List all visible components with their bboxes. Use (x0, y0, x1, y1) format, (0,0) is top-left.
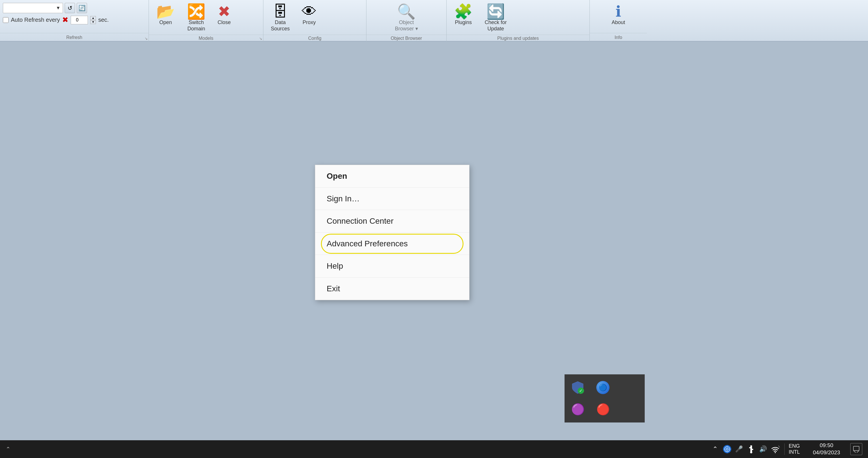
system-tray: ⌃ 🎤 🔊 (710, 442, 862, 456)
context-exit-label: Exit (327, 284, 340, 293)
systray-empty-2 (618, 400, 638, 419)
open-button[interactable]: 📂 Open (152, 2, 180, 28)
refresh-section: ▼ ↺ 🔄 Auto Refresh every ✖ ▲ ▼ sec. (0, 0, 149, 41)
tray-usb-icon[interactable] (746, 444, 756, 454)
about-button[interactable]: ℹ About (607, 2, 629, 28)
plugins-icon: 🧩 (454, 4, 473, 19)
svg-line-14 (854, 451, 856, 453)
switch-domain-icon: 🔀 (187, 4, 206, 19)
object-browser-label: ObjectBrowser ▾ (395, 20, 418, 32)
switch-domain-label: SwitchDomain (187, 20, 205, 32)
tray-network-icon[interactable] (722, 444, 732, 454)
models-label: Models (199, 36, 214, 41)
systray-blue-icon[interactable]: 🔵 (593, 378, 613, 397)
systray-empty-1 (618, 378, 638, 397)
systray-red-icon[interactable]: 🔴 (593, 400, 613, 419)
refresh-dropdown[interactable]: ▼ (3, 3, 63, 13)
open-label: Open (159, 20, 172, 26)
info-label: Info (615, 35, 622, 40)
config-label: Config (308, 36, 321, 41)
taskbar-lang: ENG INTL (789, 443, 800, 455)
svg-text:✓: ✓ (579, 388, 583, 393)
region-label: INTL (789, 449, 800, 455)
info-section-footer: Info (590, 33, 647, 41)
context-menu-help[interactable]: Help (315, 255, 469, 278)
about-label: About (612, 20, 625, 26)
context-help-label: Help (327, 262, 343, 270)
spinner-down[interactable]: ▼ (90, 20, 96, 24)
object-browser-section-label: Object Browser (391, 36, 422, 41)
refresh-btn-1[interactable]: ↺ (65, 3, 75, 13)
check-update-label: Check forUpdate (485, 20, 507, 32)
plugins-section-footer: Plugins and updates (446, 35, 589, 41)
plugins-label: Plugins (455, 20, 472, 26)
refresh-section-footer: Refresh ↘ (0, 33, 149, 41)
taskbar-clock[interactable]: 09:50 04/09/2023 (808, 442, 845, 456)
context-signin-label: Sign In… (327, 194, 360, 203)
svg-rect-9 (752, 449, 753, 450)
spinner-buttons: ▲ ▼ (90, 16, 96, 24)
main-area: Open Sign In… Connection Center Advanced… (0, 41, 868, 440)
context-menu-connection-center[interactable]: Connection Center (315, 210, 469, 233)
tray-volume-icon[interactable]: 🔊 (758, 444, 768, 454)
spinner-up[interactable]: ▲ (90, 16, 96, 20)
refresh-expander-icon[interactable]: ↘ (145, 36, 148, 41)
auto-refresh-label: Auto Refresh every (11, 17, 60, 23)
about-icon: ℹ (616, 4, 621, 19)
context-advanced-label: Advanced Preferences (327, 239, 408, 248)
check-update-button[interactable]: 🔄 Check forUpdate (480, 2, 511, 33)
object-browser-icon: 🔍 (397, 4, 416, 19)
notification-icon[interactable] (850, 443, 862, 455)
object-browser-section-footer: Object Browser (366, 35, 446, 41)
svg-point-11 (775, 452, 776, 453)
open-icon: 📂 (156, 4, 175, 19)
refresh-btn-2[interactable]: 🔄 (77, 3, 87, 13)
sec-label: sec. (98, 17, 109, 23)
taskbar-chevron-icon[interactable]: ⌃ (6, 446, 10, 453)
dropdown-arrow-icon: ▼ (56, 5, 60, 10)
proxy-button[interactable]: 👁 Proxy (297, 2, 321, 28)
context-menu-open[interactable]: Open (315, 165, 469, 188)
config-section: 🗄 DataSources 👁 Proxy Config (264, 0, 366, 41)
date-label: 04/09/2023 (813, 449, 840, 456)
context-connection-label: Connection Center (327, 217, 393, 225)
plugins-section: 🧩 Plugins 🔄 Check forUpdate Plugins and … (446, 0, 590, 41)
proxy-icon: 👁 (302, 4, 317, 19)
models-section-footer: Models ↘ (149, 35, 263, 41)
context-open-label: Open (327, 172, 347, 180)
context-menu-exit[interactable]: Exit (315, 278, 469, 300)
systray-purple-icon[interactable]: 🟣 (568, 400, 587, 419)
object-browser-button[interactable]: 🔍 ObjectBrowser ▾ (390, 2, 422, 33)
switch-domain-button[interactable]: 🔀 SwitchDomain (182, 2, 210, 33)
auto-refresh-checkbox[interactable] (3, 17, 8, 23)
tray-icon-1[interactable]: ⌃ (710, 444, 720, 454)
systray-popup: ✓ 🔵 🟣 🔴 (564, 374, 645, 423)
red-x-icon: ✖ (62, 16, 68, 24)
refresh-label: Refresh (66, 35, 82, 40)
context-menu-advanced-prefs[interactable]: Advanced Preferences (315, 233, 469, 255)
plugins-section-label: Plugins and updates (497, 36, 539, 41)
models-section: 📂 Open 🔀 SwitchDomain ✖ Close Models ↘ (149, 0, 264, 41)
systray-shield[interactable]: ✓ (568, 378, 587, 397)
taskbar-left: ⌃ (6, 446, 710, 453)
context-menu-signin[interactable]: Sign In… (315, 188, 469, 210)
close-button[interactable]: ✖ Close (213, 2, 235, 28)
lang-label: ENG (789, 443, 800, 449)
models-expander-icon[interactable]: ↘ (259, 36, 262, 41)
info-section: ℹ About Info (590, 0, 647, 41)
data-sources-label: DataSources (271, 20, 290, 32)
plugins-button[interactable]: 🧩 Plugins (450, 2, 477, 28)
time-label: 09:50 (819, 442, 833, 449)
data-sources-icon: 🗄 (273, 4, 288, 19)
data-sources-button[interactable]: 🗄 DataSources (266, 2, 294, 33)
svg-rect-13 (854, 446, 859, 451)
context-menu: Open Sign In… Connection Center Advanced… (315, 165, 469, 300)
close-icon: ✖ (218, 4, 230, 19)
object-browser-section: 🔍 ObjectBrowser ▾ Object Browser (366, 0, 446, 41)
config-section-footer: Config (264, 35, 366, 41)
refresh-value-input[interactable] (71, 16, 88, 24)
tray-mic-icon[interactable]: 🎤 (734, 444, 744, 454)
tray-wifi-icon[interactable] (770, 444, 780, 454)
svg-line-12 (778, 446, 780, 448)
svg-line-15 (857, 451, 859, 453)
